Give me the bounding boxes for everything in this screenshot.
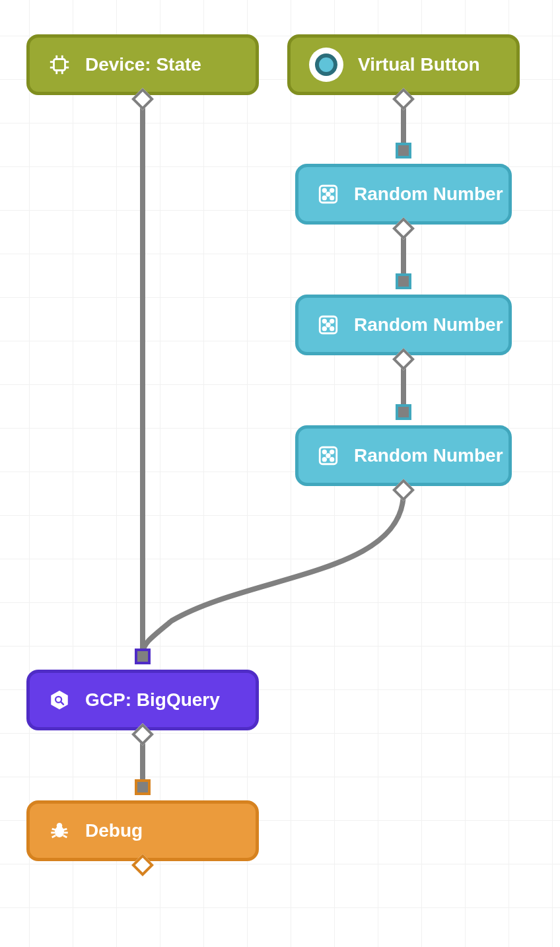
virtual-button-icon: [309, 48, 343, 82]
svg-point-19: [323, 327, 326, 330]
svg-point-12: [327, 193, 330, 196]
svg-point-26: [330, 458, 333, 461]
svg-line-32: [52, 829, 56, 829]
svg-point-24: [327, 454, 330, 458]
node-virtual-button-label: Virtual Button: [358, 54, 480, 75]
dice-icon: [317, 183, 339, 205]
node-virtual-button[interactable]: Virtual Button: [287, 34, 520, 95]
port-out-random2[interactable]: [396, 351, 411, 367]
svg-point-22: [323, 450, 326, 454]
bug-icon: [48, 820, 71, 842]
svg-point-11: [330, 189, 333, 192]
node-debug[interactable]: Debug: [26, 800, 259, 861]
port-out-bigquery[interactable]: [135, 726, 151, 742]
svg-rect-0: [54, 59, 65, 71]
port-in-random1[interactable]: [396, 143, 411, 158]
svg-point-18: [327, 324, 330, 327]
port-out-device-state[interactable]: [135, 91, 151, 107]
node-gcp-bigquery[interactable]: GCP: BigQuery: [26, 670, 259, 730]
svg-point-23: [330, 450, 333, 454]
svg-point-10: [323, 189, 326, 192]
node-random-number-2-label: Random Number: [354, 314, 503, 335]
svg-point-25: [323, 458, 326, 461]
svg-point-13: [323, 196, 326, 199]
node-gcp-bigquery-label: GCP: BigQuery: [85, 689, 220, 711]
bigquery-icon: [48, 689, 71, 711]
node-random-number-1-label: Random Number: [354, 184, 503, 205]
port-out-random3[interactable]: [396, 482, 411, 498]
port-in-random3[interactable]: [396, 404, 411, 420]
svg-line-36: [52, 835, 56, 837]
node-random-number-3-label: Random Number: [354, 445, 503, 466]
port-in-debug[interactable]: [135, 779, 151, 795]
node-device-state[interactable]: Device: State: [26, 34, 259, 95]
port-out-random1[interactable]: [396, 221, 411, 236]
node-device-state-label: Device: State: [85, 54, 201, 75]
dice-icon: [317, 444, 339, 467]
svg-line-37: [63, 835, 67, 837]
svg-point-14: [330, 196, 333, 199]
port-in-bigquery[interactable]: [135, 649, 151, 664]
port-out-debug[interactable]: [135, 857, 151, 873]
svg-point-16: [323, 320, 326, 323]
svg-point-31: [57, 823, 63, 829]
node-random-number-1[interactable]: Random Number: [295, 164, 512, 225]
svg-line-33: [63, 829, 67, 829]
node-random-number-3[interactable]: Random Number: [295, 425, 512, 486]
port-in-random2[interactable]: [396, 273, 411, 289]
svg-marker-27: [51, 691, 68, 709]
dice-icon: [317, 314, 339, 336]
port-out-virtual-button[interactable]: [396, 91, 411, 107]
chip-icon: [48, 53, 71, 76]
node-random-number-2[interactable]: Random Number: [295, 295, 512, 355]
svg-point-20: [330, 327, 333, 330]
svg-point-17: [330, 320, 333, 323]
node-debug-label: Debug: [85, 820, 143, 841]
